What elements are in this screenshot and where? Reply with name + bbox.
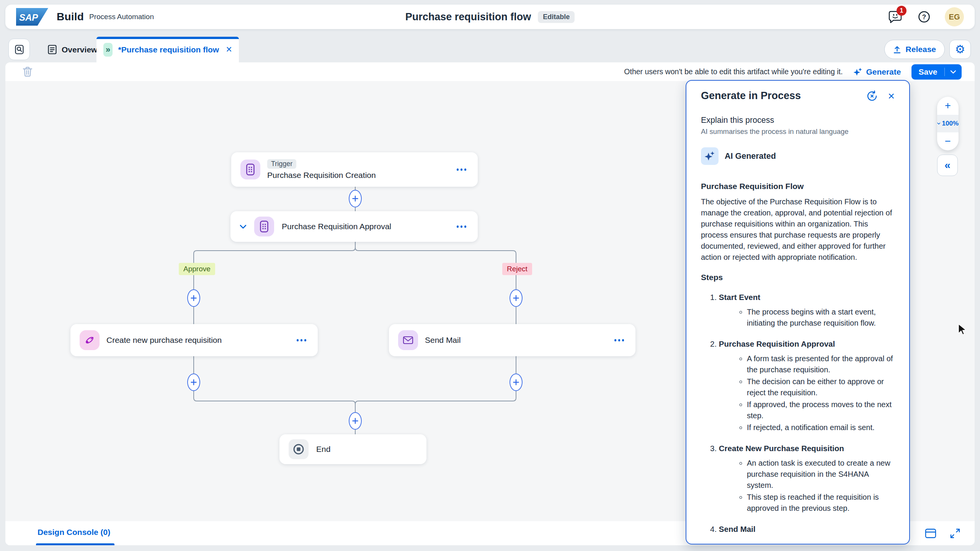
form-task-icon (254, 217, 274, 236)
steps-heading: Steps (701, 273, 895, 282)
step-3-bullets: An action task is executed to create a n… (710, 458, 895, 514)
step-3-heading: 3. Create New Purchase Requisition (710, 444, 895, 453)
plus-icon (513, 379, 519, 385)
list-item: This step is reached if the requisition … (747, 492, 895, 514)
step-1-heading: 1. Start Event (710, 293, 895, 302)
explain-section-title: Explain this process (701, 116, 895, 125)
tab-strip: Overview » *Purchase requisition flow × … (5, 37, 975, 62)
plus-icon (352, 196, 358, 202)
trigger-title: Purchase Requisition Creation (267, 171, 376, 180)
end-event-icon (289, 439, 309, 459)
node-menu-button[interactable] (614, 339, 624, 341)
expand-icon (949, 528, 961, 539)
node-menu-button[interactable] (297, 339, 307, 341)
double-chevron-left-icon: « (944, 159, 951, 171)
plus-icon (191, 379, 197, 385)
branch-label-reject[interactable]: Reject (502, 263, 532, 275)
node-menu-button[interactable] (457, 168, 467, 171)
notification-badge: 1 (897, 6, 906, 16)
gear-icon: ⚙ (955, 44, 965, 55)
zoom-in-button[interactable]: + (937, 97, 959, 115)
mail-task-title: Send Mail (425, 336, 461, 345)
zoom-controls: + 100% − (937, 97, 959, 150)
tab-design-console[interactable]: Design Console (0) (38, 521, 110, 543)
reset-history-icon[interactable] (866, 90, 878, 102)
mail-icon (398, 330, 418, 350)
zoom-level-value: 100% (942, 120, 959, 127)
add-step-button[interactable] (510, 289, 523, 307)
create-task-title: Create new purchase requisition (106, 336, 222, 345)
add-step-button[interactable] (349, 190, 362, 207)
fullscreen-button[interactable] (949, 528, 961, 539)
product-name: Build (57, 11, 84, 23)
node-menu-button[interactable] (457, 225, 467, 228)
canvas-toolbar: Other users won't be able to edit this a… (5, 62, 975, 81)
help-button[interactable]: ? (916, 8, 933, 25)
ai-generated-icon (701, 147, 719, 165)
flow-doc-intro: The objective of the Purchase Requisitio… (701, 196, 895, 263)
tab-overview[interactable]: Overview (39, 37, 106, 62)
save-button[interactable]: Save (911, 64, 944, 80)
tab-overview-label: Overview (62, 45, 97, 54)
product-subtitle: Process Automation (89, 13, 154, 21)
trigger-badge: Trigger (267, 159, 296, 169)
list-item: The decision can be either to approve or… (747, 376, 895, 398)
delete-button[interactable] (21, 65, 34, 78)
chevron-down-icon (950, 70, 956, 74)
overview-icon (47, 44, 57, 55)
step-2-heading: 2. Purchase Requisition Approval (710, 339, 895, 349)
edit-lock-message: Other users won't be able to edit this a… (624, 67, 843, 76)
shell-header: SAP Build Process Automation Purchase re… (5, 5, 975, 29)
form-trigger-icon (240, 160, 260, 179)
sap-logo[interactable]: SAP (16, 8, 48, 26)
branch-label-approve[interactable]: Approve (179, 263, 215, 275)
save-dropdown-button[interactable] (945, 64, 962, 80)
plus-icon (191, 295, 197, 301)
search-artifacts-button[interactable] (8, 39, 30, 60)
collapse-chevron-icon[interactable] (240, 225, 247, 229)
add-step-button[interactable] (187, 373, 200, 391)
add-step-button[interactable] (187, 289, 200, 307)
chevron-down-icon (937, 122, 941, 125)
page-title: Purchase requisition flow (405, 11, 531, 23)
end-title: End (316, 445, 330, 454)
editable-badge: Editable (538, 11, 575, 23)
node-send-mail[interactable]: Send Mail (389, 324, 635, 356)
generate-button[interactable]: Generate (853, 67, 901, 77)
close-panel-icon[interactable]: × (888, 90, 895, 102)
ai-sparkle-icon (853, 67, 862, 77)
plus-icon (352, 418, 358, 424)
explain-section-subtitle: AI summarises the process in natural lan… (701, 127, 895, 136)
node-approval[interactable]: Purchase Requisition Approval (230, 211, 478, 242)
active-tab-indicator (36, 543, 114, 545)
release-label: Release (906, 45, 936, 54)
tab-purchase-requisition-flow[interactable]: » *Purchase requisition flow × (96, 37, 239, 62)
node-end[interactable]: End (279, 434, 426, 464)
list-item: If rejected, a notification email is sen… (747, 422, 895, 433)
avatar[interactable]: EG (945, 7, 964, 26)
settings-button[interactable]: ⚙ (949, 40, 971, 59)
trash-icon (21, 65, 34, 78)
feedback-button[interactable]: 1 (887, 8, 903, 25)
add-step-button[interactable] (510, 373, 523, 391)
step-4-heading: 4. Send Mail (710, 525, 895, 534)
collapse-panel-button[interactable]: « (937, 155, 958, 176)
svg-text:?: ? (922, 13, 926, 21)
node-create-requisition[interactable]: Create new purchase requisition (70, 324, 318, 356)
close-tab-icon[interactable]: × (226, 44, 232, 55)
zoom-level-selector[interactable]: 100% (937, 115, 959, 133)
list-item: A form task is presented for the approva… (747, 353, 895, 375)
save-split-button[interactable]: Save (911, 64, 962, 80)
plus-icon (513, 295, 519, 301)
step-2-bullets: A form task is presented for the approva… (710, 353, 895, 433)
release-button[interactable]: Release (884, 40, 945, 59)
flow-doc-title: Purchase Requisition Flow (701, 182, 895, 191)
tab-active-label: *Purchase requisition flow (118, 45, 219, 54)
action-task-icon (80, 330, 100, 350)
panel-title: Generate in Process (701, 90, 801, 102)
add-step-button[interactable] (349, 412, 362, 430)
ai-generated-label: AI Generated (725, 152, 776, 161)
console-panel-button[interactable] (925, 528, 936, 538)
console-icon (925, 528, 936, 538)
node-trigger[interactable]: Trigger Purchase Requisition Creation (231, 152, 478, 187)
